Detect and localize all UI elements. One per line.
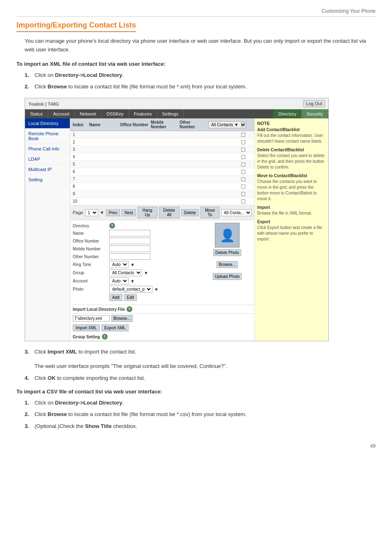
delete-all-button[interactable]: Delete All xyxy=(159,207,180,218)
group-label: Group xyxy=(73,271,108,275)
nav-settings[interactable]: Settings xyxy=(157,109,184,118)
add-edit-row: Add Edit xyxy=(73,294,199,301)
delete-photo-button[interactable]: Delete Photo xyxy=(213,249,241,256)
nav-directory[interactable]: Directory xyxy=(273,109,302,118)
row-checkbox[interactable] xyxy=(241,199,245,204)
row-checkbox[interactable] xyxy=(241,155,245,159)
office-number-label: Office Number xyxy=(73,239,108,243)
nav-security[interactable]: Security xyxy=(302,109,328,118)
import-row: Import Local Directory File ? xyxy=(70,305,254,313)
ring-tone-label: Ring Tone xyxy=(73,262,108,267)
ring-tone-row: Ring Tone Auto ▼ xyxy=(73,261,199,268)
import-file-input[interactable] xyxy=(73,315,110,321)
page-number: 49 xyxy=(16,443,376,449)
mobile-number-input[interactable] xyxy=(109,245,150,252)
intro-text: You can manage your phone's local direct… xyxy=(25,37,376,54)
table-row: 4 xyxy=(70,153,254,161)
photo-select[interactable]: default_contact_p xyxy=(109,286,152,293)
table-row: 9 xyxy=(70,190,254,198)
account-label: Account xyxy=(73,279,108,283)
prompt-text: The web user interface prompts "The orig… xyxy=(35,362,376,371)
nav-status[interactable]: Status xyxy=(25,109,48,118)
model-text: | T48G xyxy=(44,102,59,106)
export-xml-button[interactable]: Export XML xyxy=(101,324,129,331)
ring-tone-select[interactable]: Auto xyxy=(109,261,129,268)
note-panel: NOTE Add Contact/Blacklist Fill out the … xyxy=(254,118,328,341)
row-checkbox[interactable] xyxy=(241,148,245,152)
move-to-select[interactable]: All Conta... xyxy=(221,209,252,216)
ring-tone-arrow: ▼ xyxy=(130,262,135,267)
group-setting-help-icon[interactable]: ? xyxy=(102,334,108,340)
table-header: Index Name Office Number Mobile Number O… xyxy=(70,118,254,131)
row-checkbox[interactable] xyxy=(241,170,245,174)
sidebar-remote-phone-book[interactable]: Remote Phone Book xyxy=(25,129,70,144)
select-all-checkbox[interactable] xyxy=(241,123,245,127)
table-row: 7 xyxy=(70,176,254,183)
table-row: 10 xyxy=(70,198,254,205)
photo-row: Photo default_contact_p ▼ xyxy=(73,286,199,293)
logout-button[interactable]: Log Out xyxy=(303,100,325,107)
name-row: Name xyxy=(73,230,199,236)
section-title: Importing/Exporting Contact Lists xyxy=(16,21,136,32)
prev-button[interactable]: Prev xyxy=(106,209,120,216)
contact-avatar: 👤 xyxy=(215,223,240,247)
photo-arrow: ▼ xyxy=(154,287,159,292)
import-xml-button[interactable]: Import XML xyxy=(73,324,100,331)
account-select[interactable]: Auto xyxy=(109,278,129,284)
phone-ui-screenshot: Yealink | T48G Log Out Status Account Ne… xyxy=(25,98,329,341)
row-checkbox[interactable] xyxy=(241,140,245,144)
row-checkbox[interactable] xyxy=(241,177,245,181)
csv-step-3: 3. (Optional.)Check the Show Title check… xyxy=(25,422,376,431)
phone-main-content: Index Name Office Number Mobile Number O… xyxy=(70,118,254,341)
next-button[interactable]: Next xyxy=(122,209,136,216)
table-row: 6 xyxy=(70,168,254,176)
row-checkbox[interactable] xyxy=(241,133,245,137)
directory-row: Directory ? xyxy=(73,223,199,229)
move-to-button[interactable]: Move To xyxy=(201,207,219,218)
sidebar-phone-call-info[interactable]: Phone Call Info xyxy=(25,144,70,154)
table-body: 1 2 3 xyxy=(70,131,254,205)
phone-body: Local Directory Remote Phone Book Phone … xyxy=(25,118,328,341)
browse-photo-button[interactable]: Browse... xyxy=(217,261,238,268)
nav-dsskey[interactable]: DSSKey xyxy=(101,109,129,118)
page-select[interactable]: 1 xyxy=(85,209,98,216)
import-browse-button[interactable]: Browse... xyxy=(111,315,133,322)
import-help-icon[interactable]: ? xyxy=(127,306,132,312)
row-checkbox[interactable] xyxy=(241,192,245,196)
phone-form-right: 👤 Delete Photo Browse... Upload Photo xyxy=(203,223,252,302)
row-checkbox[interactable] xyxy=(241,185,245,189)
directory-help-icon[interactable]: ? xyxy=(109,223,115,229)
row-checkbox[interactable] xyxy=(241,162,245,166)
arrow-icon: ▼ xyxy=(100,210,104,215)
other-number-input[interactable] xyxy=(109,253,150,260)
nav-account[interactable]: Account xyxy=(48,109,75,118)
sidebar-ldap[interactable]: LDAP xyxy=(25,154,70,164)
name-input[interactable] xyxy=(109,230,150,236)
add-button[interactable]: Add xyxy=(109,294,122,301)
sidebar-local-directory[interactable]: Local Directory xyxy=(25,118,70,129)
nav-network[interactable]: Network xyxy=(75,109,101,118)
hangup-button[interactable]: Hang Up xyxy=(138,207,157,218)
xml-step-2: 2. Click Browse to locate a contact list… xyxy=(25,83,376,91)
upload-photo-button[interactable]: Upload Photo xyxy=(213,273,242,280)
xml-step-3: 3. Click Import XML to import the contac… xyxy=(25,348,376,356)
col-all-contacts: All Contacts ▼ xyxy=(208,120,240,130)
page-header-text: Customizing Your Phone xyxy=(322,8,376,14)
logo-text: Yealink xyxy=(28,102,44,106)
delete-button[interactable]: Delete xyxy=(181,209,199,216)
col-office: Office Number xyxy=(119,120,150,130)
office-number-input[interactable] xyxy=(109,238,150,244)
note-export: Export Click Export button and create a … xyxy=(257,220,326,242)
import-label: Import Local Directory File xyxy=(73,307,125,312)
sidebar-multicast-ip[interactable]: Multicast IP xyxy=(25,164,70,175)
phone-toolbar: Page 1 ▼ Prev Next Hang Up Delete All De… xyxy=(70,205,254,220)
edit-button[interactable]: Edit xyxy=(124,294,137,301)
nav-features[interactable]: Features xyxy=(129,109,157,118)
csv-steps-list: 1. Click on Directory->Local Directory. … xyxy=(25,399,376,431)
group-row: Group All Contacts ▼ xyxy=(73,269,199,276)
account-row: Account Auto ▼ xyxy=(73,278,199,284)
sidebar-setting[interactable]: Setting xyxy=(25,175,70,185)
note-title: NOTE xyxy=(257,121,326,126)
group-select[interactable]: All Contacts xyxy=(109,269,142,276)
name-label: Name xyxy=(73,231,108,236)
